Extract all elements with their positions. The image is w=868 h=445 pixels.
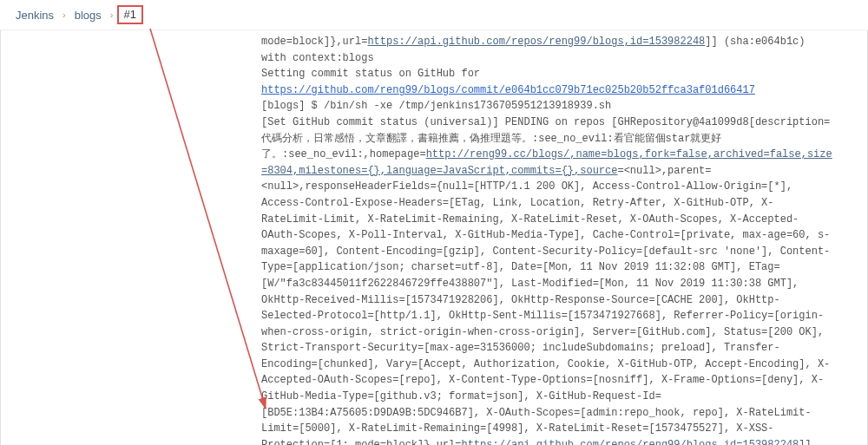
console-text: =<null>,parent=<null>,responseHeaderFiel…	[261, 165, 830, 445]
breadcrumb-build-number[interactable]: #1	[117, 5, 143, 24]
console-text: [blogs] $ /bin/sh -xe /tmp/jenkins173670…	[261, 100, 611, 112]
console-output: mode=block]},url=https://api.github.com/…	[1, 30, 867, 445]
chevron-right-icon: ›	[62, 10, 66, 20]
main-content: mode=block]},url=https://api.github.com/…	[0, 30, 868, 445]
console-text: mode=block]},url=	[261, 36, 367, 48]
breadcrumb-jenkins[interactable]: Jenkins	[10, 7, 59, 23]
console-link[interactable]: https://github.com/reng99/blogs/commit/e…	[261, 84, 755, 96]
breadcrumb-blogs[interactable]: blogs	[69, 7, 107, 23]
console-link[interactable]: https://api.github.com/repos/reng99/blog…	[461, 439, 799, 445]
console-text: Setting commit status on GitHub for	[261, 68, 480, 80]
chevron-right-icon: ›	[110, 10, 114, 20]
breadcrumb: Jenkins › blogs › #1	[0, 0, 868, 30]
console-link[interactable]: https://api.github.com/repos/reng99/blog…	[367, 36, 705, 48]
